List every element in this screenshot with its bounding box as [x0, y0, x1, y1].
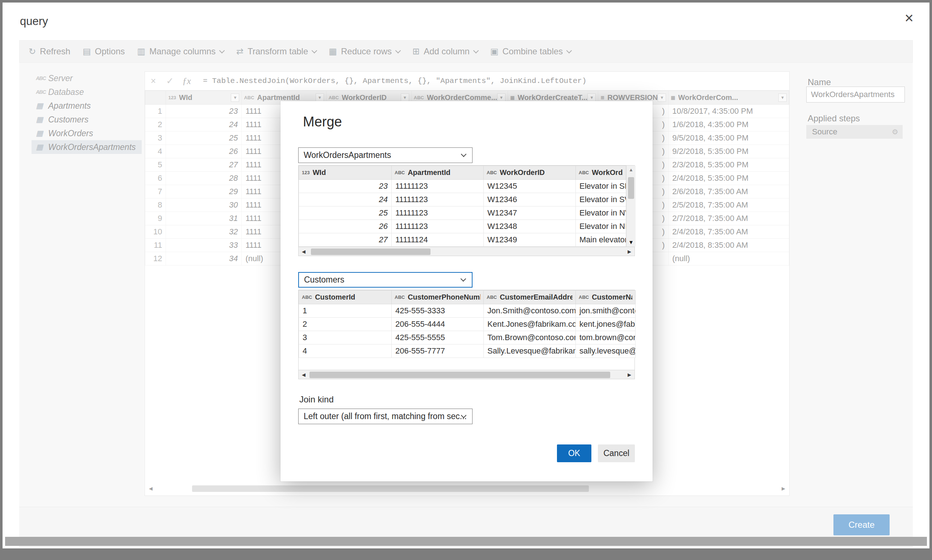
apartmentid-cell[interactable]: 11111123 — [392, 193, 484, 206]
column-header[interactable]: ABC CustomerNam... — [576, 291, 636, 304]
table-row[interactable]: 27 11111124 W12349 Main elevator — [299, 233, 626, 247]
table-row[interactable]: 25 11111123 W12347 Elevator in NW — [299, 206, 626, 220]
merge-dialog: Merge WorkOrdersApartments — [280, 101, 653, 482]
apartmentid-cell[interactable]: 11111123 — [392, 180, 484, 193]
wid-cell[interactable]: 27 — [299, 233, 392, 247]
customerphonenumber-cell[interactable]: 425-555-3333 — [392, 304, 484, 318]
wid-cell[interactable]: 25 — [299, 206, 392, 220]
table-row[interactable]: 3 425-555-5555 Tom.Brown@contoso.com tom… — [299, 331, 636, 345]
chevron-down-icon — [461, 151, 467, 157]
customername-cell[interactable]: kent.jones@fabrikam.com — [576, 318, 636, 331]
customeremailaddress-cell[interactable]: Jon.Smith@contoso.com — [484, 304, 576, 318]
apartmentid-cell[interactable]: 11111123 — [392, 220, 484, 233]
chevron-down-icon — [461, 276, 466, 282]
workorderid-cell[interactable]: W12348 — [484, 220, 576, 233]
workorderid-cell[interactable]: W12345 — [484, 180, 576, 193]
scrollbar-track[interactable] — [309, 247, 624, 256]
table-row[interactable]: 4 206-555-7777 Sally.Levesque@fabrikam.c… — [299, 345, 636, 358]
ok-button[interactable]: OK — [557, 445, 592, 462]
customerphonenumber-cell[interactable]: 206-555-7777 — [392, 345, 484, 358]
column-header-label: CustomerEmailAddress — [500, 293, 573, 302]
customerid-cell[interactable]: 2 — [299, 318, 392, 331]
dialog-title: Merge — [303, 114, 342, 130]
column-header[interactable]: ABC WorkOrderID — [484, 166, 576, 180]
table-row[interactable]: 2 206-555-4444 Kent.Jones@fabrikam.com k… — [299, 318, 636, 331]
table-row[interactable]: 1 425-555-3333 Jon.Smith@contoso.com jon… — [299, 304, 636, 318]
scroll-left-icon[interactable] — [299, 372, 309, 377]
column-type-icon: ABC — [302, 294, 312, 300]
preview-header-row: 123 WId ABC ApartmentId — [299, 166, 626, 180]
column-header[interactable]: ABC CustomerPhoneNumber — [392, 291, 484, 304]
customerphonenumber-cell[interactable]: 425-555-5555 — [392, 331, 484, 345]
window-title: query — [20, 15, 48, 28]
close-icon[interactable]: × — [904, 11, 914, 26]
table-row[interactable]: 26 11111123 W12348 Elevator in NE — [299, 220, 626, 233]
workorderid-cell[interactable]: W12346 — [484, 193, 576, 206]
wid-cell[interactable]: 23 — [299, 180, 392, 193]
empty-area — [299, 358, 635, 370]
vertical-scrollbar[interactable] — [626, 166, 636, 247]
column-header-label: CustomerId — [315, 293, 355, 302]
workordercomments-cell[interactable]: Elevator in SE — [576, 180, 626, 193]
workordercomments-cell[interactable]: Main elevator — [576, 233, 626, 247]
wid-cell[interactable]: 24 — [299, 193, 392, 206]
column-header[interactable]: ABC CustomerEmailAddress — [484, 291, 576, 304]
column-header[interactable]: ABC ApartmentId — [392, 166, 484, 180]
column-header[interactable]: ABC CustomerId — [299, 291, 392, 304]
join-kind-dropdown[interactable]: Left outer (all from first, matching fro… — [298, 409, 473, 424]
customername-cell[interactable]: tom.brown@contoso.com — [576, 331, 636, 345]
second-preview-table: ABC CustomerId ABC CustomerPhoneNumber — [299, 290, 636, 358]
scrollbar-thumb[interactable] — [310, 372, 610, 378]
column-type-icon: ABC — [487, 294, 497, 300]
scroll-right-icon[interactable] — [624, 249, 635, 254]
workordercomments-cell[interactable]: Elevator in SW — [576, 193, 626, 206]
table-row[interactable]: 24 11111123 W12346 Elevator in SW — [299, 193, 626, 206]
join-kind-label: Join kind — [299, 394, 334, 405]
column-header[interactable]: 123 WId — [299, 166, 392, 180]
second-table-dropdown-value: Customers — [304, 275, 344, 285]
scroll-up-icon[interactable] — [629, 167, 633, 172]
customeremailaddress-cell[interactable]: Kent.Jones@fabrikam.com — [484, 318, 576, 331]
column-header-label: CustomerNam... — [592, 293, 632, 302]
customerid-cell[interactable]: 1 — [299, 304, 392, 318]
horizontal-scrollbar[interactable] — [298, 247, 635, 256]
preview-body: 23 11111123 W12345 Elevator in SE 24 111… — [299, 180, 626, 247]
workordercomments-cell[interactable]: Elevator in NE — [576, 220, 626, 233]
horizontal-scrollbar[interactable] — [298, 370, 635, 379]
customerphonenumber-cell[interactable]: 206-555-4444 — [392, 318, 484, 331]
column-type-icon: ABC — [579, 294, 589, 300]
workordercomments-cell[interactable]: Elevator in NW — [576, 206, 626, 220]
scroll-left-icon[interactable] — [299, 249, 309, 254]
cancel-button[interactable]: Cancel — [598, 445, 635, 462]
preview-body: 1 425-555-3333 Jon.Smith@contoso.com jon… — [299, 304, 636, 358]
apartmentid-cell[interactable]: 11111124 — [392, 233, 484, 247]
scroll-down-icon[interactable] — [629, 239, 634, 245]
customername-cell[interactable]: sally.levesque@fabrikam.com — [576, 345, 636, 358]
scrollbar-thumb[interactable] — [628, 177, 634, 199]
scrollbar-thumb[interactable] — [311, 248, 430, 255]
customeremailaddress-cell[interactable]: Sally.Levesque@fabrikam.com — [484, 345, 576, 358]
wid-cell[interactable]: 26 — [299, 220, 392, 233]
second-table-dropdown[interactable]: Customers — [298, 272, 473, 288]
scroll-right-icon[interactable] — [624, 372, 635, 377]
table-row[interactable]: 23 11111123 W12345 Elevator in SE — [299, 180, 626, 193]
title-bar: query × — [3, 3, 929, 40]
customername-cell[interactable]: jon.smith@contoso.com — [576, 304, 636, 318]
column-header-label: WorkOrderID — [500, 168, 545, 177]
column-header[interactable]: ABC WorkOrderCo... — [576, 166, 626, 180]
workorderid-cell[interactable]: W12347 — [484, 206, 576, 220]
column-header-label: WId — [313, 168, 326, 177]
apartmentid-cell[interactable]: 11111123 — [392, 206, 484, 220]
scrollbar-track[interactable] — [309, 370, 624, 379]
column-type-icon: ABC — [394, 294, 405, 300]
second-table-preview: ABC CustomerId ABC CustomerPhoneNumber — [298, 290, 635, 379]
column-header-label: CustomerPhoneNumber — [408, 293, 481, 302]
column-type-icon: ABC — [579, 170, 589, 175]
column-type-icon: ABC — [487, 170, 497, 175]
customerid-cell[interactable]: 3 — [299, 331, 392, 345]
workorderid-cell[interactable]: W12349 — [484, 233, 576, 247]
customerid-cell[interactable]: 4 — [299, 345, 392, 358]
first-table-preview: 123 WId ABC ApartmentId — [298, 165, 635, 256]
first-table-dropdown[interactable]: WorkOrdersApartments — [298, 148, 473, 163]
customeremailaddress-cell[interactable]: Tom.Brown@contoso.com — [484, 331, 576, 345]
